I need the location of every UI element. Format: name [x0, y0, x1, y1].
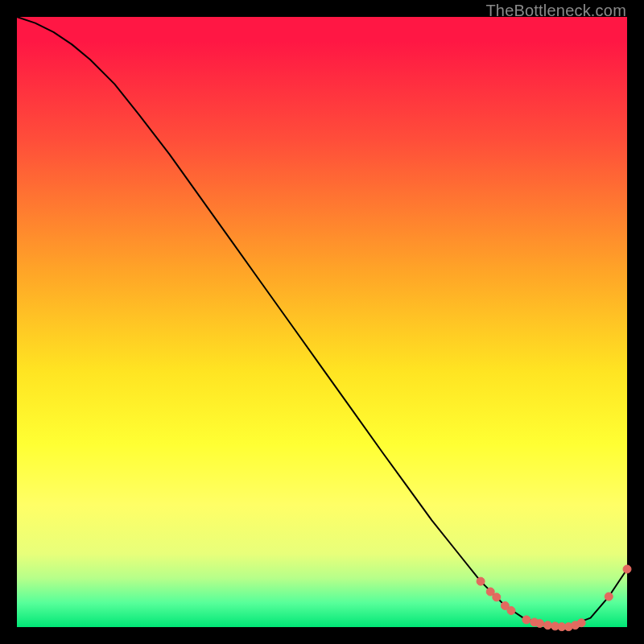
plot-area — [17, 17, 627, 627]
curve-markers — [477, 565, 631, 631]
curve-marker — [477, 577, 485, 585]
curve-marker — [536, 619, 544, 627]
curve-marker — [493, 593, 501, 601]
curve-marker — [605, 592, 613, 601]
chart-svg — [17, 17, 627, 627]
curve-marker — [623, 565, 631, 573]
bottleneck-curve — [17, 17, 627, 627]
curve-marker — [577, 619, 585, 627]
chart-container: TheBottleneck.com — [0, 0, 644, 644]
curve-marker — [543, 621, 551, 630]
curve-marker — [507, 607, 515, 615]
curve-marker — [522, 616, 530, 624]
